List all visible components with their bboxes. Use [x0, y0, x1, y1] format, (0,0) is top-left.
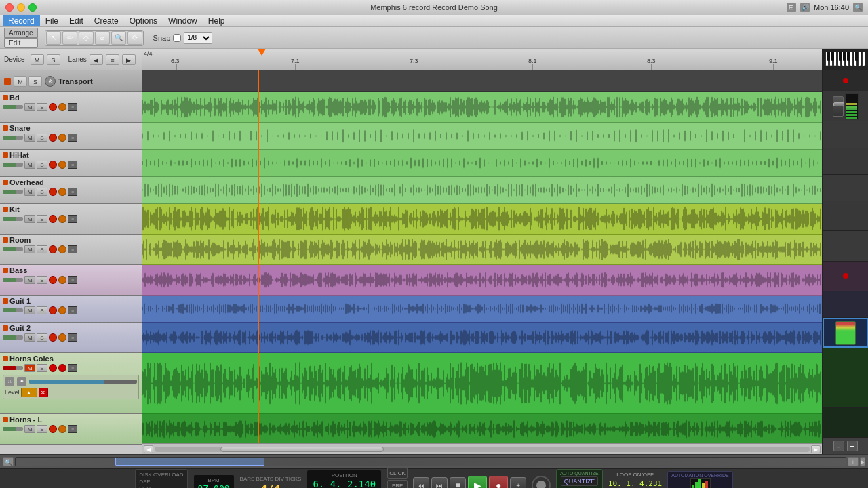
room-lane[interactable] — [142, 235, 822, 265]
hornsl-mute[interactable]: M — [24, 425, 35, 433]
menu-record[interactable]: Record — [3, 15, 40, 26]
overview-zoom-minus[interactable]: 🔍 — [3, 457, 14, 466]
horns-coles-lane[interactable] — [142, 353, 822, 414]
kit-rec[interactable] — [49, 215, 57, 223]
bd-solo[interactable]: S — [37, 103, 47, 111]
hornsl-rec[interactable] — [49, 425, 57, 433]
guit2-lane[interactable] — [142, 323, 822, 353]
magnify-tool[interactable]: 🔍 — [111, 31, 126, 45]
snare-solo[interactable]: S — [37, 134, 47, 142]
forward-btn[interactable]: ⏭ — [431, 477, 448, 488]
menu-edit[interactable]: Edit — [64, 15, 89, 26]
menu-file[interactable]: File — [40, 15, 64, 26]
lanes-inc[interactable]: ▶ — [122, 54, 136, 65]
overview-viewport[interactable] — [115, 458, 264, 466]
hihat-mute[interactable]: M — [24, 161, 35, 169]
bd-rec[interactable] — [49, 103, 57, 111]
stop-btn[interactable]: ■ — [450, 477, 466, 488]
bass-input[interactable] — [58, 276, 66, 284]
curve-tool[interactable]: ⌀ — [95, 31, 110, 45]
overhead-input[interactable] — [58, 188, 66, 196]
bd-fader-thumb[interactable] — [833, 102, 844, 106]
room-mute[interactable]: M — [24, 245, 35, 253]
kit-input[interactable] — [58, 215, 66, 223]
bd-arrow[interactable] — [3, 95, 8, 100]
rewind-btn[interactable]: ⏮ — [413, 477, 429, 488]
lanes-dec[interactable]: ◀ — [90, 54, 103, 65]
hornsl-lane[interactable] — [142, 414, 822, 443]
track-s[interactable]: S — [28, 76, 42, 87]
overhead-lane[interactable] — [142, 177, 822, 204]
overview-track[interactable] — [15, 457, 846, 466]
snare-arrow[interactable] — [3, 125, 8, 131]
guit1-settings[interactable]: ≡ — [68, 306, 77, 314]
overhead-solo[interactable]: S — [37, 188, 47, 196]
hihat-solo[interactable]: S — [37, 161, 47, 169]
guit2-mute[interactable]: M — [24, 333, 35, 342]
guit1-arrow[interactable] — [3, 298, 8, 304]
guit1-solo[interactable]: S — [37, 306, 47, 314]
arrange-tab[interactable]: Arrange — [4, 28, 38, 38]
loop-tool[interactable]: ⟳ — [127, 31, 142, 45]
auto-value[interactable]: ▲ — [21, 388, 37, 397]
room-solo[interactable]: S — [37, 245, 47, 253]
maximize-button[interactable] — [28, 3, 37, 12]
ruler[interactable]: 4/4 6.3 7.1 7.3 8.1 8.3 — [142, 49, 822, 70]
bass-solo[interactable]: S — [37, 276, 47, 284]
select-tool[interactable]: ↖ — [46, 31, 61, 45]
lanes-size[interactable]: ≡ — [106, 54, 119, 65]
guit2-solo[interactable]: S — [37, 333, 47, 342]
bass-arrow[interactable] — [3, 268, 8, 273]
zoom-in-btn[interactable]: + — [847, 441, 858, 451]
bd-lane[interactable] — [142, 92, 822, 123]
room-settings[interactable]: ≡ — [68, 245, 77, 253]
snare-lane[interactable] — [142, 123, 822, 150]
scroll-left[interactable]: ◀ — [144, 445, 153, 453]
hornsl-solo[interactable]: S — [37, 425, 47, 433]
guit1-mute[interactable]: M — [24, 306, 35, 314]
snare-rec[interactable] — [49, 134, 57, 142]
guit1-lane[interactable] — [142, 296, 822, 323]
bd-mute[interactable]: M — [24, 103, 35, 111]
auto-icon2[interactable]: ✦ — [17, 377, 26, 386]
room-arrow[interactable] — [3, 237, 8, 243]
click-btn[interactable]: CLICK — [387, 468, 408, 479]
room-rec[interactable] — [49, 245, 57, 253]
snare-input[interactable] — [58, 134, 66, 142]
overview-scroll-right[interactable]: ▶ — [860, 457, 865, 466]
scroll-right[interactable]: ▶ — [811, 445, 821, 453]
horns-arrow[interactable] — [3, 356, 8, 361]
horns-mute[interactable]: M — [24, 364, 35, 372]
guit2-settings[interactable]: ≡ — [68, 333, 77, 342]
hihat-settings[interactable]: ≡ — [68, 161, 77, 169]
record-btn[interactable]: ● — [489, 476, 508, 488]
bpm-section[interactable]: BPM 97.000 — [193, 474, 235, 488]
add-btn[interactable]: + — [510, 477, 526, 488]
hihat-lane[interactable] — [142, 150, 822, 177]
overhead-mute[interactable]: M — [24, 188, 35, 196]
snap-checkbox[interactable] — [173, 34, 181, 42]
bass-settings[interactable]: ≡ — [68, 276, 77, 284]
m-btn[interactable]: M — [31, 54, 44, 65]
menu-window[interactable]: Window — [163, 15, 203, 26]
bd-input[interactable] — [58, 103, 66, 111]
close-button[interactable] — [5, 3, 14, 12]
volume-icon[interactable]: 🔊 — [800, 3, 810, 12]
sync-btn[interactable] — [532, 476, 551, 488]
auto-close[interactable]: ✕ — [39, 388, 48, 397]
pre-btn[interactable]: PRE — [387, 480, 408, 488]
scroll-thumb[interactable] — [220, 447, 384, 452]
kit-lane[interactable] — [142, 204, 822, 235]
erase-tool[interactable]: ◇ — [79, 31, 94, 45]
pencil-tool[interactable]: ✏ — [62, 31, 77, 45]
auto-icon[interactable]: ⎍ — [5, 377, 14, 386]
kit-mute[interactable]: M — [24, 215, 35, 223]
hornsl-settings[interactable]: ≡ — [68, 425, 77, 433]
menu-help[interactable]: Help — [203, 15, 231, 26]
overhead-settings[interactable]: ≡ — [68, 188, 77, 196]
horns-input[interactable] — [58, 364, 66, 372]
search-icon[interactable]: 🔍 — [853, 3, 863, 12]
snare-mute[interactable]: M — [24, 134, 35, 142]
guit1-rec[interactable] — [49, 306, 57, 314]
track-m[interactable]: M — [14, 76, 27, 87]
